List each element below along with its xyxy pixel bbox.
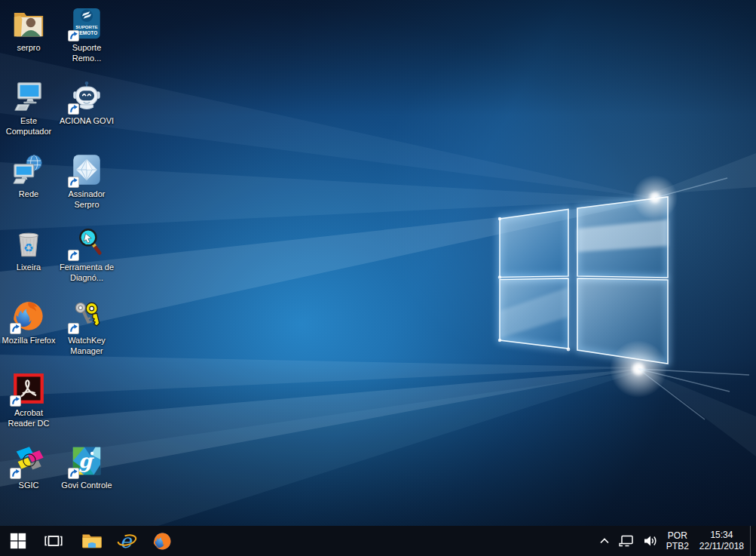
svg-text:SUPORTE: SUPORTE — [75, 24, 98, 29]
desktop-icon-lixeira[interactable]: ♻ Lixeira — [0, 226, 57, 273]
language-indicator[interactable]: POR PTB2 — [662, 526, 693, 556]
taskbar: e — [0, 526, 756, 556]
desktop-icon-rede[interactable]: Rede — [0, 152, 57, 200]
firefox-button[interactable] — [145, 526, 180, 556]
desktop-icon-label: Este Computador — [0, 116, 57, 137]
desktop-icon-label: Ferramenta de Diagnó... — [58, 263, 115, 283]
show-desktop-button[interactable] — [750, 526, 756, 556]
windows-logo-icon — [9, 532, 27, 550]
desktop-icon-assinador-serpro[interactable]: Assinador Serpro — [58, 152, 115, 210]
desktop-icon-acrobat-reader[interactable]: Acrobat Reader DC — [0, 371, 57, 429]
clock-time: 15:34 — [710, 530, 733, 541]
desktop-icon-govi-controle[interactable]: g Govi Controle — [58, 444, 115, 491]
windows-logo-panes — [500, 197, 668, 364]
robot-icon — [69, 79, 104, 114]
shortcut-arrow-icon — [10, 395, 21, 407]
magnifier-icon — [69, 226, 104, 260]
user-folder-icon — [11, 6, 46, 41]
shortcut-arrow-icon — [68, 250, 79, 261]
svg-text:♻: ♻ — [23, 241, 34, 255]
sgic-icon — [11, 444, 46, 478]
keyboard-layout: PTB2 — [666, 541, 689, 551]
folder-icon — [81, 532, 103, 550]
desktop-icon-label: serpro — [17, 43, 40, 54]
computer-icon — [11, 79, 46, 114]
network-tray-button[interactable] — [614, 526, 638, 556]
desktop-icon-label: Assinador Serpro — [58, 189, 115, 210]
shortcut-arrow-icon — [68, 177, 79, 188]
clock[interactable]: 15:34 22/11/2018 — [693, 526, 750, 556]
shortcut-arrow-icon — [10, 468, 21, 479]
shortcut-arrow-icon — [68, 323, 79, 334]
diamond-icon — [69, 152, 104, 187]
desktop-icon-serpro[interactable]: serpro — [0, 6, 57, 54]
firefox-icon — [152, 531, 173, 551]
desktop-icon-label: Suporte Remo... — [58, 43, 115, 63]
start-button[interactable] — [0, 526, 35, 556]
task-view-button[interactable] — [35, 526, 71, 556]
desktop-icon-label: Lixeira — [17, 263, 41, 273]
desktop-icon-label: WatchKey Manager — [58, 336, 115, 356]
desktop-icon-label: ACIONA GOVI — [60, 116, 114, 127]
hidden-icons-chevron[interactable] — [595, 526, 614, 556]
desktop-icon-label: SGIC — [19, 481, 39, 491]
network-globe-icon — [11, 152, 46, 187]
govi-icon: g — [69, 444, 104, 478]
desktop-icon-este-computador[interactable]: Este Computador — [0, 79, 57, 137]
network-icon — [618, 533, 635, 548]
keys-icon — [69, 299, 104, 333]
shortcut-arrow-icon — [10, 323, 21, 334]
firefox-icon — [11, 299, 46, 333]
desktop-icon-watchkey-manager[interactable]: WatchKey Manager — [58, 299, 115, 356]
desktop-icon-suporte-remoto[interactable]: SUPORTE REMOTO Suporte Remo... — [58, 6, 115, 63]
internet-explorer-button[interactable]: e — [109, 526, 145, 556]
system-tray: POR PTB2 15:34 22/11/2018 — [595, 526, 756, 556]
acrobat-icon — [11, 371, 46, 406]
ie-icon: e — [117, 531, 137, 551]
desktop-icon-sgic[interactable]: SGIC — [0, 444, 57, 491]
chevron-up-icon — [598, 535, 611, 547]
desktop-icon-ferramenta-diagnostico[interactable]: Ferramenta de Diagnó... — [58, 226, 115, 283]
svg-text:e: e — [120, 531, 133, 551]
file-explorer-button[interactable] — [74, 526, 109, 556]
desktop-icon-label: Rede — [19, 189, 38, 200]
desktop-icon-label: Govi Controle — [61, 481, 112, 491]
volume-tray-button[interactable] — [638, 526, 662, 556]
desktop-icon-mozilla-firefox[interactable]: Mozilla Firefox — [0, 299, 57, 346]
clock-date: 22/11/2018 — [699, 541, 744, 552]
shortcut-arrow-icon — [68, 468, 79, 479]
windows-desktop: serpro SUPORTE REMOTO Suporte Remo... — [0, 0, 756, 556]
suporte-remoto-icon: SUPORTE REMOTO — [69, 6, 104, 41]
recycle-bin-icon: ♻ — [11, 226, 46, 260]
shortcut-arrow-icon — [68, 30, 79, 41]
desktop-icon-label: Mozilla Firefox — [2, 336, 56, 346]
desktop-icon-aciona-govi[interactable]: ACIONA GOVI — [58, 79, 115, 127]
task-view-icon — [44, 531, 63, 551]
shortcut-arrow-icon — [68, 103, 79, 115]
desktop-icon-label: Acrobat Reader DC — [0, 408, 57, 429]
language-code: POR — [668, 530, 687, 541]
speaker-icon — [642, 533, 658, 548]
svg-text:REMOTO: REMOTO — [76, 30, 97, 35]
